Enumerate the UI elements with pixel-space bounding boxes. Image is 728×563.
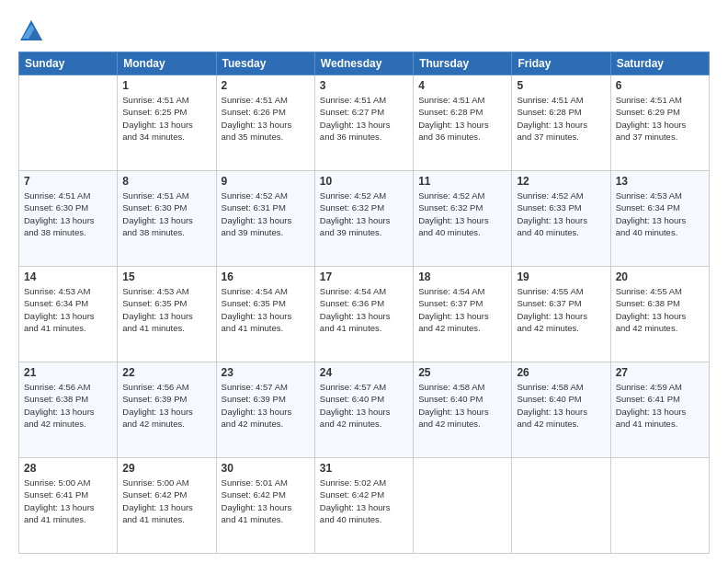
day-info: Sunrise: 4:53 AM Sunset: 6:34 PM Dayligh… [24,285,112,334]
calendar-cell: 16Sunrise: 4:54 AM Sunset: 6:35 PM Dayli… [216,267,314,362]
day-number: 17 [320,270,408,283]
day-number: 22 [122,366,210,379]
calendar-cell [414,458,512,554]
calendar-cell [512,458,610,554]
day-info: Sunrise: 4:54 AM Sunset: 6:36 PM Dayligh… [320,285,408,334]
day-number: 28 [24,462,112,475]
day-info: Sunrise: 4:52 AM Sunset: 6:33 PM Dayligh… [517,190,605,238]
day-number: 30 [222,462,310,475]
day-info: Sunrise: 4:51 AM Sunset: 6:28 PM Dayligh… [418,94,506,143]
day-info: Sunrise: 4:51 AM Sunset: 6:26 PM Dayligh… [222,94,310,143]
day-number: 31 [320,462,408,475]
day-info: Sunrise: 4:51 AM Sunset: 6:25 PM Dayligh… [122,94,210,143]
day-info: Sunrise: 4:58 AM Sunset: 6:40 PM Dayligh… [517,381,605,430]
day-number: 2 [222,79,310,92]
day-number: 8 [122,175,210,188]
calendar-cell: 4Sunrise: 4:51 AM Sunset: 6:28 PM Daylig… [414,75,512,171]
day-info: Sunrise: 4:55 AM Sunset: 6:38 PM Dayligh… [616,285,704,334]
calendar-header-tuesday: Tuesday [216,52,314,75]
calendar-cell: 10Sunrise: 4:52 AM Sunset: 6:32 PM Dayli… [314,171,413,267]
calendar-cell: 18Sunrise: 4:54 AM Sunset: 6:37 PM Dayli… [414,267,512,362]
day-number: 16 [222,270,310,283]
day-number: 3 [320,79,408,92]
day-info: Sunrise: 4:53 AM Sunset: 6:34 PM Dayligh… [616,190,704,238]
day-number: 14 [24,270,112,283]
calendar-week-row: 21Sunrise: 4:56 AM Sunset: 6:38 PM Dayli… [19,362,710,458]
calendar-week-row: 14Sunrise: 4:53 AM Sunset: 6:34 PM Dayli… [19,267,710,362]
calendar-cell: 8Sunrise: 4:51 AM Sunset: 6:30 PM Daylig… [118,171,216,267]
day-info: Sunrise: 4:53 AM Sunset: 6:35 PM Dayligh… [122,285,210,334]
header [18,15,710,44]
calendar-cell: 28Sunrise: 5:00 AM Sunset: 6:41 PM Dayli… [19,458,118,554]
calendar-cell: 1Sunrise: 4:51 AM Sunset: 6:25 PM Daylig… [118,75,216,171]
logo [18,18,48,44]
day-number: 5 [517,79,605,92]
day-number: 18 [418,270,506,283]
calendar-header-friday: Friday [512,52,610,75]
day-number: 7 [24,175,112,188]
day-number: 15 [122,270,210,283]
calendar-header-row: SundayMondayTuesdayWednesdayThursdayFrid… [19,52,710,75]
day-info: Sunrise: 4:51 AM Sunset: 6:29 PM Dayligh… [616,94,704,143]
day-info: Sunrise: 5:00 AM Sunset: 6:41 PM Dayligh… [24,477,112,525]
calendar-cell: 22Sunrise: 4:56 AM Sunset: 6:39 PM Dayli… [118,362,216,458]
calendar-cell: 21Sunrise: 4:56 AM Sunset: 6:38 PM Dayli… [19,362,118,458]
calendar-cell: 6Sunrise: 4:51 AM Sunset: 6:29 PM Daylig… [610,75,709,171]
calendar-table: SundayMondayTuesdayWednesdayThursdayFrid… [18,52,710,554]
day-info: Sunrise: 4:56 AM Sunset: 6:38 PM Dayligh… [24,381,112,430]
day-info: Sunrise: 4:52 AM Sunset: 6:31 PM Dayligh… [222,190,310,238]
calendar-week-row: 7Sunrise: 4:51 AM Sunset: 6:30 PM Daylig… [19,171,710,267]
calendar-cell: 25Sunrise: 4:58 AM Sunset: 6:40 PM Dayli… [414,362,512,458]
calendar-cell: 11Sunrise: 4:52 AM Sunset: 6:32 PM Dayli… [414,171,512,267]
day-info: Sunrise: 4:51 AM Sunset: 6:27 PM Dayligh… [320,94,408,143]
calendar-cell: 23Sunrise: 4:57 AM Sunset: 6:39 PM Dayli… [216,362,314,458]
calendar-cell: 19Sunrise: 4:55 AM Sunset: 6:37 PM Dayli… [512,267,610,362]
calendar-cell: 27Sunrise: 4:59 AM Sunset: 6:41 PM Dayli… [610,362,709,458]
day-info: Sunrise: 4:54 AM Sunset: 6:37 PM Dayligh… [418,285,506,334]
calendar-header-saturday: Saturday [610,52,709,75]
calendar-week-row: 1Sunrise: 4:51 AM Sunset: 6:25 PM Daylig… [19,75,710,171]
logo-icon [18,18,44,44]
day-info: Sunrise: 5:00 AM Sunset: 6:42 PM Dayligh… [122,477,210,525]
day-number: 10 [320,175,408,188]
calendar-cell: 7Sunrise: 4:51 AM Sunset: 6:30 PM Daylig… [19,171,118,267]
calendar-cell: 3Sunrise: 4:51 AM Sunset: 6:27 PM Daylig… [314,75,413,171]
calendar-week-row: 28Sunrise: 5:00 AM Sunset: 6:41 PM Dayli… [19,458,710,554]
calendar-cell [19,75,118,171]
calendar-cell: 30Sunrise: 5:01 AM Sunset: 6:42 PM Dayli… [216,458,314,554]
day-number: 21 [24,366,112,379]
day-info: Sunrise: 4:52 AM Sunset: 6:32 PM Dayligh… [320,190,408,238]
day-number: 1 [122,79,210,92]
calendar-header-thursday: Thursday [414,52,512,75]
calendar-cell: 12Sunrise: 4:52 AM Sunset: 6:33 PM Dayli… [512,171,610,267]
calendar-header-monday: Monday [118,52,216,75]
day-info: Sunrise: 4:57 AM Sunset: 6:40 PM Dayligh… [320,381,408,430]
day-number: 12 [517,175,605,188]
calendar-cell: 17Sunrise: 4:54 AM Sunset: 6:36 PM Dayli… [314,267,413,362]
day-number: 4 [418,79,506,92]
day-number: 23 [222,366,310,379]
day-info: Sunrise: 4:51 AM Sunset: 6:30 PM Dayligh… [24,190,112,238]
calendar-cell [610,458,709,554]
day-info: Sunrise: 4:59 AM Sunset: 6:41 PM Dayligh… [616,381,704,430]
calendar-cell: 13Sunrise: 4:53 AM Sunset: 6:34 PM Dayli… [610,171,709,267]
calendar-header-sunday: Sunday [19,52,118,75]
calendar-cell: 20Sunrise: 4:55 AM Sunset: 6:38 PM Dayli… [610,267,709,362]
calendar-header-wednesday: Wednesday [314,52,413,75]
day-number: 11 [418,175,506,188]
day-number: 20 [616,270,704,283]
day-info: Sunrise: 4:55 AM Sunset: 6:37 PM Dayligh… [517,285,605,334]
day-info: Sunrise: 5:02 AM Sunset: 6:42 PM Dayligh… [320,477,408,525]
calendar-cell: 15Sunrise: 4:53 AM Sunset: 6:35 PM Dayli… [118,267,216,362]
day-number: 9 [222,175,310,188]
day-info: Sunrise: 5:01 AM Sunset: 6:42 PM Dayligh… [222,477,310,525]
calendar-cell: 29Sunrise: 5:00 AM Sunset: 6:42 PM Dayli… [118,458,216,554]
day-info: Sunrise: 4:51 AM Sunset: 6:30 PM Dayligh… [122,190,210,238]
day-info: Sunrise: 4:51 AM Sunset: 6:28 PM Dayligh… [517,94,605,143]
day-info: Sunrise: 4:58 AM Sunset: 6:40 PM Dayligh… [418,381,506,430]
calendar-cell: 5Sunrise: 4:51 AM Sunset: 6:28 PM Daylig… [512,75,610,171]
day-number: 26 [517,366,605,379]
day-info: Sunrise: 4:52 AM Sunset: 6:32 PM Dayligh… [418,190,506,238]
day-number: 13 [616,175,704,188]
day-number: 29 [122,462,210,475]
